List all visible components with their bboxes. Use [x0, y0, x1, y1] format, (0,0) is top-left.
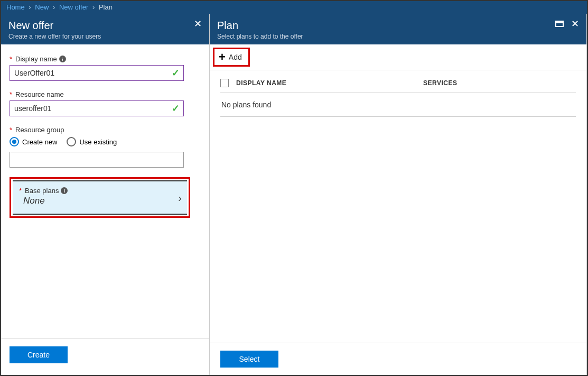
checkmark-icon: ✓ — [172, 67, 180, 79]
table-header: DISPLAY NAME SERVICES — [220, 79, 576, 93]
display-name-input[interactable] — [10, 65, 184, 81]
chevron-right-icon: › — [53, 3, 55, 11]
maximize-icon[interactable] — [555, 19, 564, 29]
breadcrumb: Home › New › New offer › Plan — [1, 1, 587, 14]
breadcrumb-new-offer[interactable]: New offer — [59, 3, 88, 11]
base-plans-selector[interactable]: * Base plans i None › — [13, 180, 187, 215]
blade-subtitle: Create a new offer for your users — [8, 33, 101, 40]
new-offer-blade: New offer Create a new offer for your us… — [1, 14, 210, 375]
checkmark-icon: ✓ — [172, 103, 180, 114]
breadcrumb-new[interactable]: New — [35, 3, 49, 11]
radio-create-new[interactable]: Create new — [10, 137, 57, 146]
radio-use-existing[interactable]: Use existing — [67, 137, 117, 146]
column-services[interactable]: SERVICES — [423, 79, 576, 87]
resource-group-input[interactable] — [10, 152, 184, 168]
plan-blade: Plan Select plans to add to the offer ✕ … — [210, 14, 587, 375]
add-button[interactable]: + Add — [216, 50, 247, 64]
column-display-name[interactable]: DISPLAY NAME — [236, 79, 416, 87]
resource-name-input[interactable] — [10, 100, 184, 116]
breadcrumb-plan: Plan — [99, 3, 113, 11]
empty-message: No plans found — [221, 100, 575, 109]
display-name-label: * Display name i — [10, 55, 201, 63]
resource-name-label: * Resource name — [10, 90, 201, 98]
resource-group-label: * Resource group — [10, 126, 201, 134]
toolbar: + Add — [210, 44, 586, 70]
add-button-highlight: + Add — [213, 48, 250, 67]
close-icon[interactable]: ✕ — [571, 19, 579, 29]
create-button[interactable]: Create — [10, 346, 68, 363]
chevron-right-icon: › — [92, 3, 95, 11]
select-all-checkbox[interactable] — [220, 79, 229, 87]
blade-header: New offer Create a new offer for your us… — [1, 14, 209, 44]
close-icon[interactable]: ✕ — [194, 19, 202, 29]
blade-subtitle: Select plans to add to the offer — [217, 33, 303, 40]
blade-header: Plan Select plans to add to the offer ✕ — [210, 14, 586, 44]
chevron-right-icon: › — [29, 3, 31, 11]
chevron-right-icon: › — [178, 191, 182, 204]
blade-title: Plan — [217, 19, 303, 32]
select-button[interactable]: Select — [220, 351, 278, 368]
base-plans-highlight: * Base plans i None › — [10, 177, 190, 218]
info-icon[interactable]: i — [61, 187, 68, 194]
breadcrumb-home[interactable]: Home — [6, 3, 25, 11]
plus-icon: + — [219, 52, 226, 62]
info-icon[interactable]: i — [59, 56, 66, 62]
base-plans-value: None — [23, 196, 181, 206]
blade-title: New offer — [8, 19, 101, 32]
